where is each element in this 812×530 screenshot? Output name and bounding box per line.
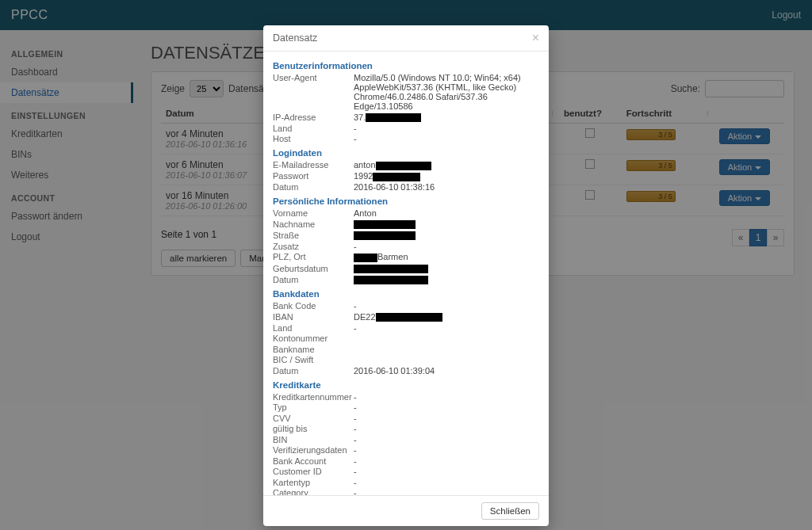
modal-value: Mozilla/5.0 (Windows NT 10.0; Win64; x64… <box>354 73 539 111</box>
modal-kv: BIC / Swift <box>273 355 539 364</box>
modal-value: - <box>354 456 539 466</box>
modal-key: BIC / Swift <box>273 355 354 364</box>
modal-kv: Verifizierungsdaten- <box>273 445 539 455</box>
modal-key: Typ <box>273 402 354 412</box>
modal-key: Passwort <box>273 171 354 181</box>
modal-key: Bankname <box>273 345 354 354</box>
modal-key: Land <box>273 323 354 333</box>
modal-kv: Host- <box>273 134 539 143</box>
redacted <box>354 231 416 240</box>
modal-value: - <box>354 488 539 495</box>
modal-kv: Zusatz- <box>273 242 539 251</box>
modal-kv: Bankname <box>273 345 539 354</box>
modal-value: - <box>354 392 539 402</box>
modal-kv: Geburtsdatum <box>273 264 539 274</box>
modal-key: Geburtsdatum <box>273 264 354 274</box>
modal-kv: E-Mailadresseanton <box>273 160 539 170</box>
modal-kv: Straße <box>273 231 539 241</box>
modal-value: - <box>354 323 539 333</box>
modal-value <box>354 264 539 274</box>
modal-value: 37. <box>354 112 539 123</box>
modal-kv: VornameAnton <box>273 208 539 218</box>
modal-value: 2016-06-10 01:38:16 <box>354 182 539 192</box>
redacted <box>366 113 421 122</box>
modal-key: Land <box>273 124 354 133</box>
modal-key: Datum <box>273 275 354 285</box>
modal-kv: Customer ID- <box>273 467 539 476</box>
modal-key: Kreditkartennummer <box>273 392 354 402</box>
modal-key: IP-Adresse <box>273 112 354 123</box>
modal-kv: Kreditkartennummer- <box>273 392 539 402</box>
modal-value <box>354 334 539 343</box>
modal-key: Bank Account <box>273 456 354 466</box>
modal-value: - <box>354 435 539 444</box>
modal-value: anton <box>354 160 539 170</box>
modal-value: - <box>354 424 539 433</box>
modal-key: Straße <box>273 231 354 241</box>
modal-value: - <box>354 445 539 455</box>
modal-kv: PLZ, OrtBarmen <box>273 252 539 262</box>
modal-key: Vorname <box>273 208 354 218</box>
modal-key: Kartentyp <box>273 478 354 487</box>
modal-kv: Datum2016-06-10 01:38:16 <box>273 182 539 192</box>
modal-value: Anton <box>354 208 539 218</box>
modal-key: Customer ID <box>273 467 354 476</box>
modal-section-title: Benutzerinformationen <box>273 61 539 71</box>
modal-value: - <box>354 134 539 143</box>
modal-value <box>354 231 539 241</box>
modal-value: Barmen <box>354 252 539 262</box>
modal-key: Bank Code <box>273 301 354 311</box>
modal-value: DE22 <box>354 312 539 322</box>
modal-kv: Bank Code- <box>273 301 539 311</box>
modal-value: - <box>354 301 539 311</box>
close-button[interactable]: Schließen <box>481 502 539 520</box>
modal-kv: Kontonummer <box>273 334 539 343</box>
redacted <box>376 313 442 322</box>
modal-key: Datum <box>273 366 354 376</box>
modal-kv: Datum2016-06-10 01:39:04 <box>273 366 539 376</box>
modal-key: User-Agent <box>273 73 354 111</box>
modal-kv: IBANDE22 <box>273 312 539 322</box>
modal-kv: Datum <box>273 275 539 285</box>
modal-kv: Land- <box>273 323 539 333</box>
modal-kv: Bank Account- <box>273 456 539 466</box>
modal: Datensatz × BenutzerinformationenUser-Ag… <box>263 25 549 526</box>
modal-kv: CVV- <box>273 414 539 423</box>
modal-key: IBAN <box>273 312 354 322</box>
modal-key: Host <box>273 134 354 143</box>
modal-key: BIN <box>273 435 354 444</box>
modal-value <box>354 345 539 354</box>
modal-kv: Passwort1992 <box>273 171 539 181</box>
redacted <box>376 162 431 170</box>
modal-value: - <box>354 478 539 487</box>
modal-key: Kontonummer <box>273 334 354 343</box>
modal-value <box>354 275 539 285</box>
modal-kv: BIN- <box>273 435 539 444</box>
modal-key: Zusatz <box>273 242 354 251</box>
modal-value: - <box>354 242 539 251</box>
modal-key: PLZ, Ort <box>273 252 354 262</box>
redacted <box>354 276 428 284</box>
modal-value: - <box>354 402 539 412</box>
redacted <box>354 254 377 262</box>
modal-key: CVV <box>273 414 354 423</box>
modal-kv: Land- <box>273 124 539 133</box>
modal-value: 2016-06-10 01:39:04 <box>354 366 539 376</box>
modal-value: - <box>354 124 539 133</box>
modal-kv: Nachname <box>273 219 539 230</box>
modal-kv: Typ- <box>273 402 539 412</box>
redacted <box>354 265 428 273</box>
modal-kv: gültig bis- <box>273 424 539 433</box>
modal-kv: IP-Adresse37. <box>273 112 539 123</box>
modal-kv: Kartentyp- <box>273 478 539 487</box>
modal-key: Verifizierungsdaten <box>273 445 354 455</box>
modal-key: gültig bis <box>273 424 354 433</box>
modal-value: - <box>354 414 539 423</box>
redacted <box>354 220 416 229</box>
modal-key: Nachname <box>273 219 354 230</box>
modal-key: Datum <box>273 182 354 192</box>
modal-section-title: Bankdaten <box>273 289 539 299</box>
modal-key: Category <box>273 488 354 495</box>
modal-section-title: Persönliche Informationen <box>273 196 539 206</box>
close-icon[interactable]: × <box>532 32 539 44</box>
